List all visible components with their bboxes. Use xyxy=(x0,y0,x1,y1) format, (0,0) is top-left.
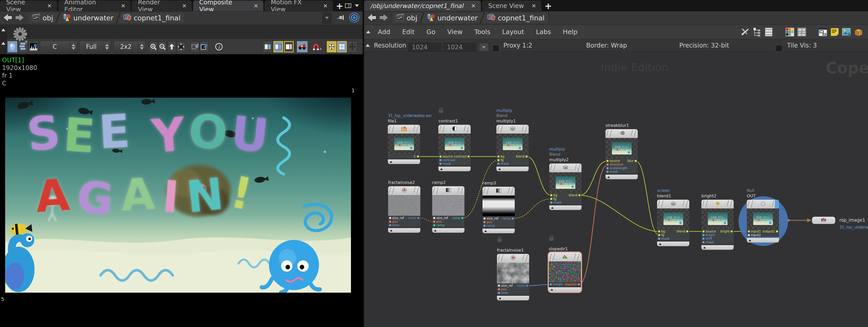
input-port-input1[interactable] xyxy=(748,230,750,233)
asset-box-icon[interactable] xyxy=(854,27,863,37)
list-view-icon[interactable] xyxy=(764,27,774,37)
menu-labs[interactable]: Labs xyxy=(530,28,557,36)
color-palette-icon[interactable] xyxy=(785,27,795,37)
snap-magnet-icon[interactable] xyxy=(311,41,323,53)
stow-arrow-icon[interactable] xyxy=(366,44,370,47)
footer-expand-icon[interactable] xyxy=(440,168,443,170)
border-label[interactable]: Border: Wrap xyxy=(586,39,627,52)
output-port-ramp[interactable] xyxy=(512,217,514,220)
tab-motion-fx-view[interactable]: Motion FX View✕ xyxy=(265,1,333,11)
node-multiply2[interactable]: multiply2BlendmultiplySEEYOUAGAIN!bgblen… xyxy=(549,163,582,210)
input-port-fg[interactable] xyxy=(550,198,552,200)
node-footer[interactable] xyxy=(432,228,464,233)
node-footer[interactable] xyxy=(483,228,515,233)
footer-expand-icon[interactable] xyxy=(659,243,661,245)
tab-scene-view[interactable]: Scene View✕ xyxy=(482,1,541,11)
tab-animation-editor[interactable]: Animation Editor✕ xyxy=(58,1,131,11)
frame-all-button[interactable] xyxy=(177,41,185,52)
node-file1[interactable]: file131_lop_underwater.exrSEEYOUAGAIN!C xyxy=(388,125,420,164)
node-bright2[interactable]: bright2SEEYOUAGAIN!sourcebrightbrightshi… xyxy=(702,200,734,250)
tree-view-icon[interactable] xyxy=(752,27,762,37)
output-port-noise[interactable] xyxy=(417,217,419,219)
input-port-pos[interactable] xyxy=(484,221,486,223)
output-port-bright[interactable] xyxy=(731,230,733,233)
node-header[interactable] xyxy=(388,125,420,134)
stow-arrow-icon[interactable] xyxy=(366,30,370,33)
footer-expand-icon[interactable] xyxy=(551,289,553,291)
tab-close-icon[interactable]: ✕ xyxy=(47,3,52,9)
footer-expand-icon[interactable] xyxy=(607,176,610,178)
resolution-height-field[interactable]: 1024 xyxy=(443,43,476,52)
node-multiply1[interactable]: multiply1BlendmultiplySEEYOUAGAIN!bgblen… xyxy=(496,125,529,171)
zoom-out-button[interactable] xyxy=(158,41,167,52)
node-footer[interactable] xyxy=(496,167,529,171)
tab-close-icon[interactable]: ✕ xyxy=(121,3,126,9)
input-port-shift[interactable] xyxy=(703,238,705,240)
input-port-source[interactable] xyxy=(439,156,441,158)
input-port-bg[interactable] xyxy=(658,230,660,233)
input-port-size_ref[interactable] xyxy=(389,217,391,219)
input-port-bg[interactable] xyxy=(497,156,499,158)
pin-icon[interactable] xyxy=(336,13,345,23)
node-contrast1[interactable]: contrast1SEEYOUAGAIN!sourcecontrastcontr… xyxy=(438,125,471,171)
node-slopedir1[interactable]: slopedir1heightslopedir xyxy=(549,253,581,292)
node-header[interactable] xyxy=(496,125,529,134)
node-header[interactable] xyxy=(549,253,581,262)
select-region-button[interactable] xyxy=(191,41,199,52)
output-port-blend[interactable] xyxy=(686,230,688,233)
input-port-direction[interactable] xyxy=(607,163,609,166)
menu-edit[interactable]: Edit xyxy=(396,28,420,36)
pane-menu-icon[interactable] xyxy=(355,4,359,7)
input-port-mask[interactable] xyxy=(607,171,609,173)
pan-mode-toggle[interactable] xyxy=(347,41,358,53)
footer-expand-icon[interactable] xyxy=(484,230,487,232)
footer-expand-icon[interactable] xyxy=(499,297,501,299)
node-footer[interactable] xyxy=(606,174,638,179)
resolution-dropdown[interactable] xyxy=(479,43,489,52)
breadcrumb-item-obj[interactable]: obj xyxy=(28,12,57,24)
breadcrumb-item-underwater[interactable]: underwater xyxy=(59,12,117,24)
menu-layout[interactable]: Layout xyxy=(496,28,530,36)
output-port-blur[interactable] xyxy=(634,160,637,162)
node-header[interactable] xyxy=(702,200,734,209)
stow-arrow-icon[interactable] xyxy=(1,42,5,45)
plane-selector[interactable]: C xyxy=(40,41,78,53)
display-flag[interactable] xyxy=(775,200,779,209)
input-port-fg[interactable] xyxy=(497,159,499,161)
tab--obj-underwater-copnet1-final[interactable]: /obj/underwater/copnet1_final✕ xyxy=(364,1,481,11)
shape-palette-icon[interactable] xyxy=(797,27,807,37)
tab-close-icon[interactable]: ✕ xyxy=(323,3,328,9)
new-tab-button[interactable]: + xyxy=(334,1,345,11)
input-port-mask[interactable] xyxy=(439,163,441,165)
input-port-pos[interactable] xyxy=(389,221,391,223)
tab-render-view[interactable]: Render View✕ xyxy=(132,1,192,11)
histogram-toggle[interactable] xyxy=(28,41,39,53)
input-port-input2[interactable] xyxy=(748,234,750,236)
layout-wide-toggle[interactable] xyxy=(284,41,294,53)
output-port-noise[interactable] xyxy=(526,284,528,287)
home-view-button[interactable] xyxy=(167,41,176,52)
input-port-time[interactable] xyxy=(389,224,391,226)
node-footer[interactable] xyxy=(549,205,582,210)
input-port-pos[interactable] xyxy=(433,221,435,223)
node-header[interactable] xyxy=(747,200,779,209)
new-tab-button[interactable]: + xyxy=(542,1,554,11)
input-port-mask[interactable] xyxy=(703,241,705,243)
sticky-note-icon[interactable] xyxy=(830,27,840,37)
layout-single-toggle[interactable] xyxy=(262,41,273,53)
menu-view[interactable]: View xyxy=(441,28,469,36)
proxy-checkbox[interactable] xyxy=(493,45,499,52)
node-footer[interactable] xyxy=(747,238,779,243)
node-footer[interactable] xyxy=(388,228,420,233)
tab-close-icon[interactable]: ✕ xyxy=(531,3,536,9)
output-port-contrast[interactable] xyxy=(467,156,470,158)
node-footer[interactable] xyxy=(549,287,581,292)
output-port-slopedir[interactable] xyxy=(578,283,580,285)
node-footer[interactable] xyxy=(497,296,529,300)
input-port-bg[interactable] xyxy=(550,194,552,196)
layout-split-toggle[interactable] xyxy=(273,41,283,53)
footer-expand-icon[interactable] xyxy=(498,168,501,170)
info-button[interactable]: i xyxy=(214,42,224,52)
breadcrumb-item-obj[interactable]: obj xyxy=(392,12,421,24)
grid-snap-toggle[interactable] xyxy=(327,41,337,53)
